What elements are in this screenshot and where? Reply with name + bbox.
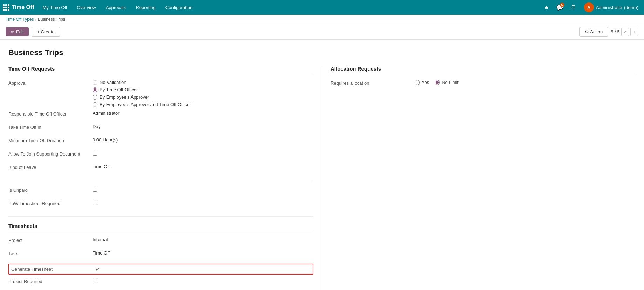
chat-icon[interactable]: 💬 5 xyxy=(555,2,565,13)
project-required-label: Project Required xyxy=(8,278,93,284)
no-limit-label: No Limit xyxy=(442,80,459,85)
requires-allocation-value: Yes No Limit xyxy=(415,80,636,85)
pow-value xyxy=(93,200,313,206)
timesheets-title: Timesheets xyxy=(8,223,313,231)
min-duration-value: 0.00 Hour(s) xyxy=(93,137,313,143)
approval-by-time-off-officer[interactable]: By Time Off Officer xyxy=(93,87,313,92)
edit-button[interactable]: ✏ Edit xyxy=(6,27,29,36)
toolbar: ✏ Edit + Create ⚙ Action 5 / 5 ‹ › xyxy=(0,24,644,40)
pager-next[interactable]: › xyxy=(630,28,638,36)
generate-timesheet-value: ✓ xyxy=(95,266,311,272)
breadcrumb-current: Business Trips xyxy=(38,17,65,22)
requires-allocation-row: Requires allocation Yes No Limit xyxy=(331,80,636,90)
user-label: Administrator (demo) xyxy=(596,5,638,10)
kind-of-leave-row: Kind of Leave Time Off xyxy=(8,164,313,174)
grid-icon xyxy=(3,4,9,11)
allow-doc-label: Allow To Join Supporting Document xyxy=(8,151,93,157)
app-logo[interactable]: Time Off xyxy=(3,4,34,11)
requires-allocation-yes[interactable]: Yes xyxy=(415,80,429,85)
pow-row: PoW Timesheet Required xyxy=(8,200,313,210)
create-button[interactable]: + Create xyxy=(32,27,60,37)
responsible-label: Responsible Time Off Officer xyxy=(8,111,93,117)
task-value: Time Off xyxy=(93,250,313,256)
responsible-row: Responsible Time Off Officer Administrat… xyxy=(8,111,313,120)
nav-my-time-off[interactable]: My Time Off xyxy=(39,0,72,15)
main-content: Business Trips Time Off Requests Approva… xyxy=(0,40,644,290)
kind-of-leave-label: Kind of Leave xyxy=(8,164,93,170)
avatar: A xyxy=(584,2,594,12)
task-row: Task Time Off xyxy=(8,250,313,260)
is-unpaid-value xyxy=(93,187,313,193)
generate-timesheet-checkmark: ✓ xyxy=(95,266,100,272)
pager: 5 / 5 ‹ › xyxy=(611,28,638,36)
project-required-checkbox[interactable] xyxy=(93,278,97,283)
approval-value: No Validation By Time Off Officer By Emp… xyxy=(93,80,313,107)
approval-by-employee-approver-and-officer[interactable]: By Employee's Approver and Time Off Offi… xyxy=(93,102,313,107)
take-time-off-row: Take Time Off in Day xyxy=(8,124,313,134)
nav-reporting[interactable]: Reporting xyxy=(131,0,160,15)
no-validation-label: No Validation xyxy=(100,80,126,85)
approval-no-validation[interactable]: No Validation xyxy=(93,80,313,85)
allow-doc-checkbox[interactable] xyxy=(93,151,97,156)
project-required-row: Project Required xyxy=(8,278,313,288)
project-value: Internal xyxy=(93,237,313,242)
take-time-off-value: Day xyxy=(93,124,313,129)
take-time-off-label: Take Time Off in xyxy=(8,124,93,130)
breadcrumb-parent[interactable]: Time Off Types xyxy=(6,17,34,22)
min-duration-row: Minimum Time-Off Duration 0.00 Hour(s) xyxy=(8,137,313,147)
approval-by-employee-approver[interactable]: By Employee's Approver xyxy=(93,94,313,100)
approval-radio-group: No Validation By Time Off Officer By Emp… xyxy=(93,80,313,107)
by-employee-approver-officer-label: By Employee's Approver and Time Off Offi… xyxy=(100,102,191,107)
top-navigation: Time Off My Time Off Overview Approvals … xyxy=(0,0,644,15)
task-label: Task xyxy=(8,250,93,256)
nav-approvals[interactable]: Approvals xyxy=(102,0,130,15)
pow-checkbox[interactable] xyxy=(93,200,97,205)
right-column: Allocation Requests Requires allocation … xyxy=(322,66,636,290)
action-button[interactable]: ⚙ Action xyxy=(579,27,608,37)
user-menu[interactable]: A Administrator (demo) xyxy=(581,0,641,15)
two-col-layout: Time Off Requests Approval No Validation… xyxy=(8,66,636,290)
breadcrumb-separator: / xyxy=(35,17,36,22)
pencil-icon: ✏ xyxy=(11,29,14,34)
app-name: Time Off xyxy=(12,4,34,11)
generate-timesheet-row: Generate Timesheet ✓ xyxy=(8,264,313,275)
by-employee-approver-label: By Employee's Approver xyxy=(100,94,149,100)
kind-of-leave-value: Time Off xyxy=(93,164,313,169)
time-off-requests-title: Time Off Requests xyxy=(8,66,313,74)
page-title: Business Trips xyxy=(8,48,636,57)
approval-label: Approval xyxy=(8,80,93,86)
left-column: Time Off Requests Approval No Validation… xyxy=(8,66,322,290)
requires-allocation-label: Requires allocation xyxy=(331,80,415,86)
topnav-icons: ★ 💬 5 ⏱ A Administrator (demo) xyxy=(541,0,641,15)
is-unpaid-row: Is Unpaid xyxy=(8,187,313,197)
allow-doc-row: Allow To Join Supporting Document xyxy=(8,151,313,160)
is-unpaid-checkbox[interactable] xyxy=(93,187,97,192)
yes-label: Yes xyxy=(422,80,429,85)
pager-prev[interactable]: ‹ xyxy=(621,28,629,36)
min-duration-label: Minimum Time-Off Duration xyxy=(8,137,93,143)
nav-configuration[interactable]: Configuration xyxy=(161,0,197,15)
responsible-value: Administrator xyxy=(93,111,313,116)
clock-icon[interactable]: ⏱ xyxy=(568,2,578,13)
requires-allocation-no-limit[interactable]: No Limit xyxy=(435,80,459,85)
nav-overview[interactable]: Overview xyxy=(73,0,100,15)
project-label: Project xyxy=(8,237,93,243)
generate-timesheet-label: Generate Timesheet xyxy=(11,266,95,272)
by-time-off-officer-label: By Time Off Officer xyxy=(100,87,138,92)
project-required-value xyxy=(93,278,313,284)
is-unpaid-label: Is Unpaid xyxy=(8,187,93,193)
approval-row: Approval No Validation By Time Off Offic… xyxy=(8,80,313,107)
pow-label: PoW Timesheet Required xyxy=(8,200,93,206)
allocation-requests-title: Allocation Requests xyxy=(331,66,636,74)
star-icon[interactable]: ★ xyxy=(541,2,552,13)
notification-badge: 5 xyxy=(560,3,564,7)
pager-text: 5 / 5 xyxy=(611,29,619,34)
breadcrumb: Time Off Types / Business Trips xyxy=(0,15,644,24)
allow-doc-value xyxy=(93,151,313,157)
project-row: Project Internal xyxy=(8,237,313,247)
